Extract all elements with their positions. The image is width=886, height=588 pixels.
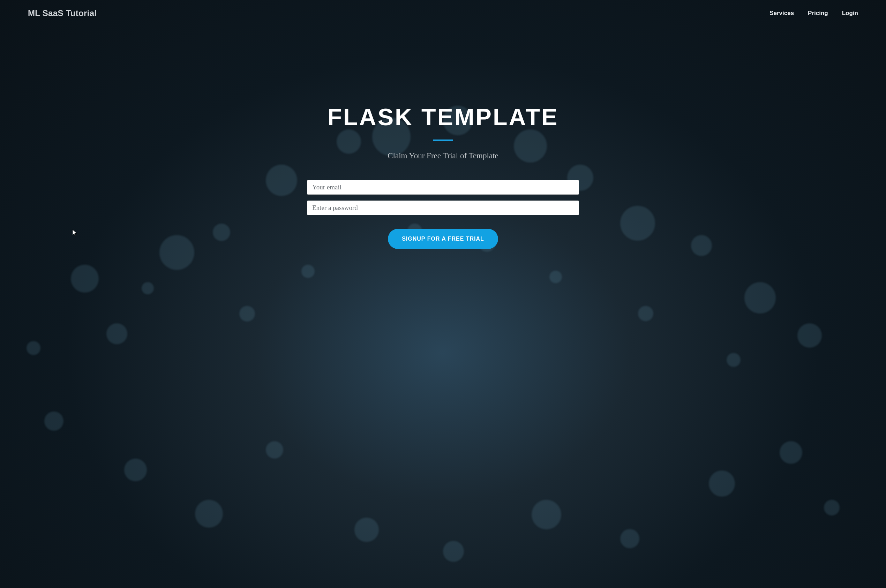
bokeh-decoration [0,0,886,588]
nav-link-login[interactable]: Login [842,10,858,17]
nav-link-pricing[interactable]: Pricing [808,10,828,17]
signup-button[interactable]: SIGNUP FOR A FREE TRIAL [388,229,498,249]
title-divider [433,140,453,141]
nav-link-services[interactable]: Services [769,10,794,17]
password-input[interactable] [307,201,579,215]
hero-subtitle: Claim Your Free Trial of Template [387,152,498,160]
brand-title[interactable]: ML SaaS Tutorial [28,8,97,18]
hero-section: FLASK TEMPLATE Claim Your Free Trial of … [0,103,886,249]
signup-form: SIGNUP FOR A FREE TRIAL [307,180,579,249]
navbar: ML SaaS Tutorial Services Pricing Login [0,0,886,27]
hero-title: FLASK TEMPLATE [327,103,559,130]
nav-links: Services Pricing Login [769,10,858,17]
email-input[interactable] [307,180,579,195]
